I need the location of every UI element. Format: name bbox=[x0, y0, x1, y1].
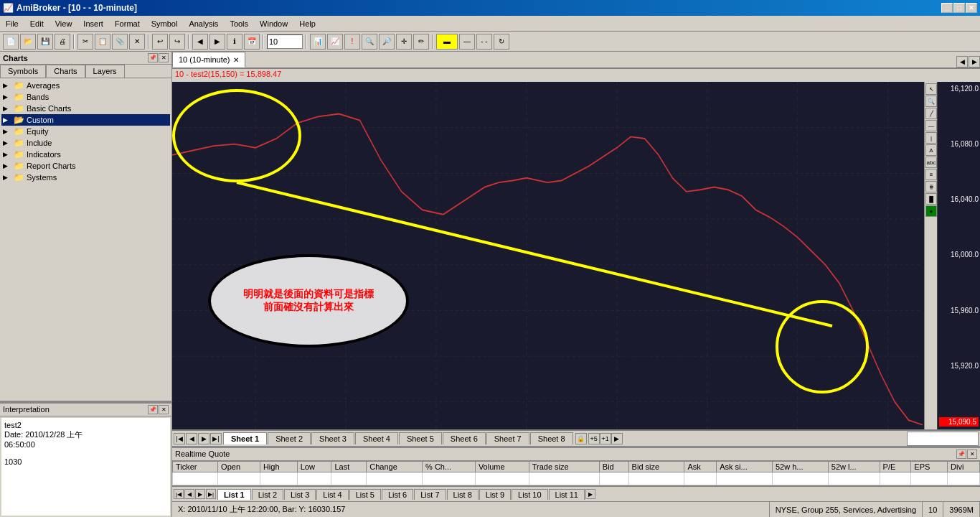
list-right-arrow[interactable]: ▶ bbox=[585, 489, 595, 499]
zoom-in[interactable]: 🔍 bbox=[362, 34, 377, 50]
tree-indicators[interactable]: ▶ 📁 Indicators bbox=[1, 149, 170, 160]
copy-button[interactable]: 📋 bbox=[95, 34, 110, 50]
quote-close[interactable]: ✕ bbox=[967, 450, 977, 459]
panel-close[interactable]: ✕ bbox=[159, 53, 169, 62]
menu-help[interactable]: Help bbox=[293, 18, 321, 29]
chart-nav-prev[interactable]: ◀ bbox=[956, 56, 968, 67]
tab-layers[interactable]: Layers bbox=[85, 65, 125, 78]
dash-button[interactable]: - - bbox=[476, 34, 492, 50]
tree-averages[interactable]: ▶ 📁 Averages bbox=[1, 80, 170, 91]
menu-file[interactable]: File bbox=[0, 18, 24, 29]
rt-fib[interactable]: ≡ bbox=[925, 169, 937, 180]
minimize-button[interactable]: _ bbox=[941, 3, 953, 13]
sheet-right-btn[interactable]: ▶ bbox=[611, 433, 623, 444]
list-tab-11[interactable]: List 11 bbox=[549, 489, 585, 500]
zoom-input[interactable] bbox=[267, 34, 303, 49]
sheet-nav-last[interactable]: ▶| bbox=[210, 433, 222, 444]
tree-report-charts[interactable]: ▶ 📁 Report Charts bbox=[1, 160, 170, 172]
list-tab-9[interactable]: List 9 bbox=[479, 489, 511, 500]
rt-zoom[interactable]: 🔍 bbox=[925, 96, 937, 107]
list-tab-5[interactable]: List 5 bbox=[349, 489, 381, 500]
redo-button[interactable]: ↪ bbox=[169, 34, 185, 50]
open-button[interactable]: 📂 bbox=[20, 34, 36, 50]
sheet-tab-7[interactable]: Sheet 7 bbox=[486, 432, 529, 444]
chart-tab-10[interactable]: 10 (10-minute) ✕ bbox=[172, 52, 245, 67]
restore-button[interactable]: □ bbox=[953, 3, 965, 13]
list-nav-first[interactable]: |◀ bbox=[174, 489, 184, 499]
delete-button[interactable]: ✕ bbox=[129, 34, 145, 50]
rt-vline[interactable]: | bbox=[925, 132, 937, 144]
save-button[interactable]: 💾 bbox=[37, 34, 53, 50]
list-tab-8[interactable]: List 8 bbox=[447, 489, 479, 500]
rotate-button[interactable]: ↻ bbox=[494, 34, 509, 50]
draw2-button[interactable]: 📈 bbox=[327, 34, 343, 50]
tree-bands[interactable]: ▶ 📁 Bands bbox=[1, 91, 170, 103]
tree-custom[interactable]: ▶ 📂 Custom bbox=[1, 114, 170, 126]
tab-close-button[interactable]: ✕ bbox=[233, 56, 239, 64]
rt-text[interactable]: A bbox=[925, 144, 937, 156]
sheet-tab-1[interactable]: Sheet 1 bbox=[223, 432, 267, 444]
panel-pin[interactable]: 📌 bbox=[148, 53, 158, 62]
tree-include[interactable]: ▶ 📁 Include bbox=[1, 137, 170, 149]
info-button[interactable]: ℹ bbox=[227, 34, 242, 50]
interp-close[interactable]: ✕ bbox=[159, 405, 169, 414]
sheet-nav-next[interactable]: ▶ bbox=[198, 433, 209, 444]
line-button[interactable]: — bbox=[459, 34, 475, 50]
menu-window[interactable]: Window bbox=[254, 18, 293, 29]
tree-systems[interactable]: ▶ 📁 Systems bbox=[1, 172, 170, 183]
rt-arrow[interactable]: ↖ bbox=[925, 83, 937, 95]
interp-pin[interactable]: 📌 bbox=[148, 405, 158, 414]
list-nav-last[interactable]: ▶| bbox=[206, 489, 216, 499]
sheet-nav-prev[interactable]: ◀ bbox=[186, 433, 197, 444]
color-button[interactable]: ▬ bbox=[436, 34, 458, 50]
sheet-tab-3[interactable]: Sheet 3 bbox=[311, 432, 354, 444]
rt-line[interactable]: ╱ bbox=[925, 108, 937, 119]
menu-tools[interactable]: Tools bbox=[224, 18, 254, 29]
rt-fork[interactable]: ⋕ bbox=[925, 181, 937, 192]
rt-green[interactable]: ● bbox=[925, 205, 937, 217]
tree-equity[interactable]: ▶ 📁 Equity bbox=[1, 126, 170, 137]
tab-charts[interactable]: Charts bbox=[46, 65, 85, 78]
menu-insert[interactable]: Insert bbox=[77, 18, 109, 29]
sheet-add-btn[interactable]: +5 bbox=[588, 433, 600, 444]
sheet-tab-4[interactable]: Sheet 4 bbox=[355, 432, 398, 444]
sheet-tab-8[interactable]: Sheet 8 bbox=[530, 432, 573, 444]
menu-format[interactable]: Format bbox=[109, 18, 146, 29]
alert-button[interactable]: ! bbox=[344, 34, 360, 50]
list-tab-2[interactable]: List 2 bbox=[252, 489, 283, 500]
rt-abc[interactable]: abc bbox=[925, 157, 937, 168]
tree-basic-charts[interactable]: ▶ 📁 Basic Charts bbox=[1, 103, 170, 114]
print-button[interactable]: 🖨 bbox=[55, 34, 70, 50]
rt-hline[interactable]: — bbox=[925, 120, 937, 131]
undo-button[interactable]: ↩ bbox=[152, 34, 168, 50]
draw1-button[interactable]: 📊 bbox=[310, 34, 326, 50]
menu-analysis[interactable]: Analysis bbox=[183, 18, 224, 29]
list-tab-6[interactable]: List 6 bbox=[382, 489, 413, 500]
cut-button[interactable]: ✂ bbox=[77, 34, 93, 50]
menu-symbol[interactable]: Symbol bbox=[146, 18, 184, 29]
list-tab-10[interactable]: List 10 bbox=[512, 489, 547, 500]
menu-view[interactable]: View bbox=[50, 18, 78, 29]
crosshair-button[interactable]: ✛ bbox=[396, 34, 412, 50]
sheet-nav-first[interactable]: |◀ bbox=[174, 433, 185, 444]
list-nav-next[interactable]: ▶ bbox=[195, 489, 205, 499]
new-button[interactable]: 📄 bbox=[3, 34, 19, 50]
menu-edit[interactable]: Edit bbox=[24, 18, 50, 29]
chart-nav-next[interactable]: ▶ bbox=[969, 56, 980, 67]
list-tab-1[interactable]: List 1 bbox=[217, 489, 251, 500]
paste-button[interactable]: 📎 bbox=[112, 34, 128, 50]
calendar-button[interactable]: 📅 bbox=[244, 34, 260, 50]
pencil-button[interactable]: ✏ bbox=[413, 34, 429, 50]
tab-symbols[interactable]: Symbols bbox=[0, 65, 46, 78]
list-nav-prev[interactable]: ◀ bbox=[184, 489, 194, 499]
sheet-tab-6[interactable]: Sheet 6 bbox=[443, 432, 486, 444]
nav-back[interactable]: ◀ bbox=[192, 34, 208, 50]
list-tab-3[interactable]: List 3 bbox=[284, 489, 316, 500]
chart-area[interactable]: 16,120.0 16,080.0 16,040.0 16,000.0 15,9… bbox=[172, 82, 980, 429]
close-button[interactable]: ✕ bbox=[966, 3, 977, 13]
sheet-tab-5[interactable]: Sheet 5 bbox=[399, 432, 442, 444]
nav-fwd[interactable]: ▶ bbox=[209, 34, 225, 50]
rt-reg[interactable]: █ bbox=[925, 193, 937, 205]
sheet-sub-btn[interactable]: +1 bbox=[600, 433, 611, 444]
quote-pin[interactable]: 📌 bbox=[956, 450, 966, 459]
